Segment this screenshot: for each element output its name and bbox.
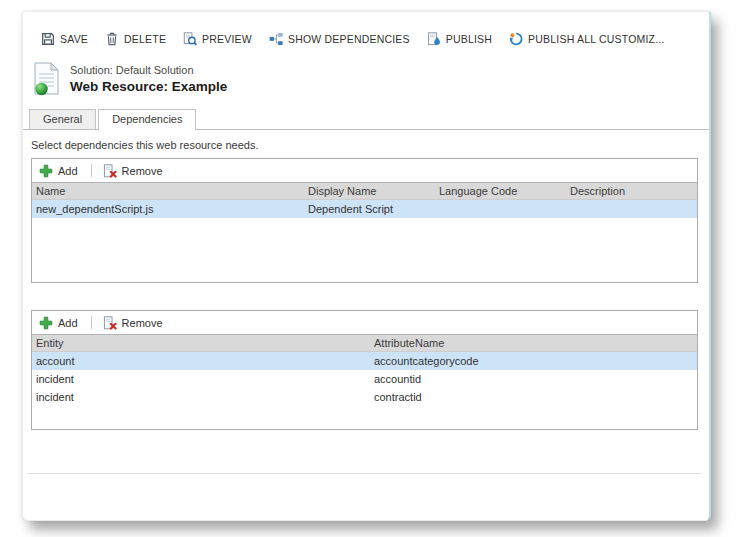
save-icon — [41, 32, 55, 46]
add-button-label: Add — [58, 165, 78, 177]
grid-header-row: NameDisplay NameLanguage CodeDescription — [32, 182, 697, 200]
save-button-label: SAVE — [60, 33, 88, 45]
save-button[interactable]: SAVE — [41, 32, 88, 46]
delete-icon — [105, 32, 119, 46]
grid-toolbar: Add Re — [32, 311, 697, 334]
table-cell: accountid — [370, 373, 697, 385]
publish-all-customizations-button-label: PUBLISH ALL CUSTOMIZ... — [528, 33, 664, 45]
tab-general[interactable]: General — [29, 109, 96, 129]
footer-divider — [27, 473, 701, 474]
column-header: Name — [32, 185, 304, 197]
column-header: Description — [566, 185, 697, 197]
delete-button[interactable]: DELETE — [105, 32, 166, 46]
show-dependencies-button-label: SHOW DEPENDENCIES — [288, 33, 410, 45]
form-header: Solution: Default Solution Web Resource:… — [34, 62, 227, 101]
add-button[interactable]: Add — [39, 164, 78, 178]
show-dependencies-button[interactable]: SHOW DEPENDENCIES — [269, 32, 410, 46]
add-icon — [39, 316, 53, 330]
table-cell: accountcategorycode — [370, 355, 697, 367]
table-row[interactable]: accountaccountcategorycode — [32, 352, 697, 370]
preview-icon — [183, 32, 197, 46]
publish-all-icon — [509, 32, 523, 46]
column-header: Entity — [32, 337, 370, 349]
remove-button-label: Remove — [122, 165, 163, 177]
grid-body: accountaccountcategorycodeincidentaccoun… — [32, 352, 697, 406]
command-bar: SAVE DELETE — [41, 32, 665, 46]
add-button[interactable]: Add — [39, 316, 78, 330]
publish-icon — [427, 32, 441, 46]
add-button-label: Add — [58, 317, 78, 329]
table-row[interactable]: incidentaccountid — [32, 370, 697, 388]
page-title: Web Resource: Example — [70, 79, 227, 94]
tab-dependencies[interactable]: Dependencies — [98, 109, 196, 130]
table-row[interactable]: new_dependentScript.jsDependent Script — [32, 200, 697, 218]
publish-all-customizations-button[interactable]: PUBLISH ALL CUSTOMIZ... — [509, 32, 664, 46]
column-header: AttributeName — [370, 337, 697, 349]
remove-icon — [103, 316, 117, 330]
toolbar-separator — [91, 164, 92, 177]
toolbar-separator — [91, 316, 92, 329]
grid-header-row: EntityAttributeName — [32, 334, 697, 352]
remove-button[interactable]: Remove — [103, 164, 163, 178]
table-cell: Dependent Script — [304, 203, 435, 215]
table-row[interactable]: incidentcontractid — [32, 388, 697, 406]
web-resource-icon — [34, 62, 60, 101]
remove-button-label: Remove — [122, 317, 163, 329]
dependencies-icon — [269, 32, 283, 46]
web-resource-window: SAVE DELETE — [22, 11, 711, 521]
add-icon — [39, 164, 53, 178]
table-cell: incident — [32, 373, 370, 385]
grid-toolbar: Add Re — [32, 159, 697, 182]
preview-button-label: PREVIEW — [202, 33, 252, 45]
publish-button[interactable]: PUBLISH — [427, 32, 492, 46]
attribute-dependencies-grid: Add Re — [31, 310, 698, 430]
table-cell: account — [32, 355, 370, 367]
table-cell: incident — [32, 391, 370, 403]
web-resource-dependencies-grid: Add Re — [31, 158, 698, 283]
solution-label: Solution: Default Solution — [70, 64, 227, 76]
delete-button-label: DELETE — [124, 33, 166, 45]
instruction-text: Select dependencies this web resource ne… — [31, 139, 698, 151]
dependencies-tab-content: Select dependencies this web resource ne… — [31, 139, 698, 430]
tab-strip: General Dependencies — [23, 109, 709, 130]
preview-button[interactable]: PREVIEW — [183, 32, 252, 46]
table-cell: contractid — [370, 391, 697, 403]
remove-icon — [103, 164, 117, 178]
grid-body: new_dependentScript.jsDependent Script — [32, 200, 697, 218]
column-header: Language Code — [435, 185, 566, 197]
publish-button-label: PUBLISH — [446, 33, 492, 45]
column-header: Display Name — [304, 185, 435, 197]
table-cell: new_dependentScript.js — [32, 203, 304, 215]
remove-button[interactable]: Remove — [103, 316, 163, 330]
